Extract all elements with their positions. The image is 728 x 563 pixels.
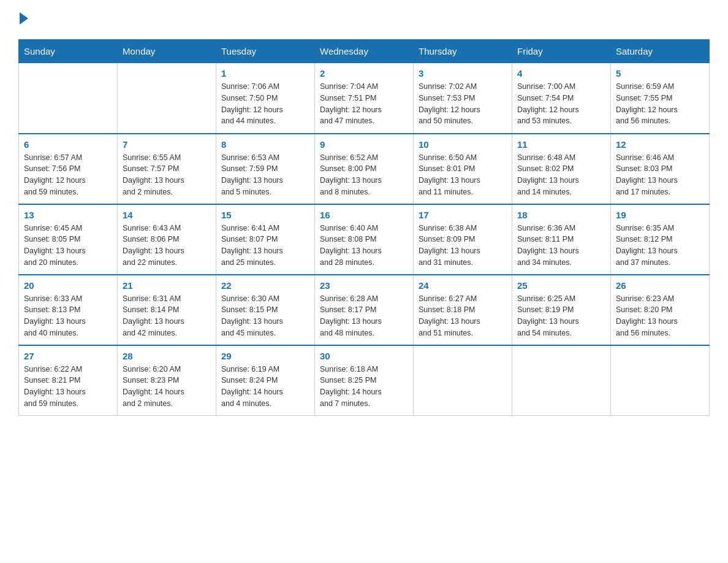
day-info: Sunrise: 6:55 AMSunset: 7:57 PMDaylight:… (123, 152, 211, 198)
day-info: Sunrise: 6:25 AMSunset: 8:19 PMDaylight:… (517, 293, 605, 339)
calendar-cell: 21Sunrise: 6:31 AMSunset: 8:14 PMDayligh… (118, 275, 216, 345)
week-row-3: 13Sunrise: 6:45 AMSunset: 8:05 PMDayligh… (19, 204, 710, 275)
calendar-cell: 29Sunrise: 6:19 AMSunset: 8:24 PMDayligh… (216, 345, 315, 416)
calendar-cell: 19Sunrise: 6:35 AMSunset: 8:12 PMDayligh… (611, 204, 710, 275)
day-number: 7 (123, 139, 211, 150)
day-info: Sunrise: 6:53 AMSunset: 7:59 PMDaylight:… (221, 152, 309, 198)
day-info: Sunrise: 6:30 AMSunset: 8:15 PMDaylight:… (221, 293, 309, 339)
header-cell-monday: Monday (118, 40, 216, 63)
calendar-cell (118, 63, 216, 134)
day-info: Sunrise: 6:57 AMSunset: 7:56 PMDaylight:… (24, 152, 112, 198)
calendar-cell (414, 345, 512, 416)
calendar-cell: 15Sunrise: 6:41 AMSunset: 8:07 PMDayligh… (216, 204, 315, 275)
week-row-2: 6Sunrise: 6:57 AMSunset: 7:56 PMDaylight… (19, 134, 710, 204)
day-info: Sunrise: 6:27 AMSunset: 8:18 PMDaylight:… (419, 293, 507, 339)
header-cell-saturday: Saturday (611, 40, 710, 63)
calendar-cell: 8Sunrise: 6:53 AMSunset: 7:59 PMDaylight… (216, 134, 315, 204)
day-number: 18 (517, 210, 605, 220)
header-row: SundayMondayTuesdayWednesdayThursdayFrid… (19, 40, 710, 63)
day-number: 24 (419, 280, 507, 291)
calendar-cell: 1Sunrise: 7:06 AMSunset: 7:50 PMDaylight… (216, 63, 315, 134)
day-info: Sunrise: 6:38 AMSunset: 8:09 PMDaylight:… (419, 223, 507, 269)
day-number: 28 (123, 351, 211, 361)
header-cell-thursday: Thursday (414, 40, 512, 63)
calendar-cell: 24Sunrise: 6:27 AMSunset: 8:18 PMDayligh… (414, 275, 512, 345)
calendar-cell: 3Sunrise: 7:02 AMSunset: 7:53 PMDaylight… (414, 63, 512, 134)
day-info: Sunrise: 6:59 AMSunset: 7:55 PMDaylight:… (616, 81, 704, 127)
day-info: Sunrise: 7:04 AMSunset: 7:51 PMDaylight:… (320, 81, 408, 127)
calendar-cell: 5Sunrise: 6:59 AMSunset: 7:55 PMDaylight… (611, 63, 710, 134)
day-number: 16 (320, 210, 408, 220)
day-info: Sunrise: 7:00 AMSunset: 7:54 PMDaylight:… (517, 81, 605, 127)
day-number: 6 (24, 139, 112, 150)
day-number: 17 (419, 210, 507, 220)
calendar-cell: 26Sunrise: 6:23 AMSunset: 8:20 PMDayligh… (611, 275, 710, 345)
calendar-cell: 11Sunrise: 6:48 AMSunset: 8:02 PMDayligh… (512, 134, 611, 204)
day-info: Sunrise: 6:23 AMSunset: 8:20 PMDaylight:… (616, 293, 704, 339)
day-info: Sunrise: 6:20 AMSunset: 8:23 PMDaylight:… (123, 364, 211, 410)
day-number: 20 (24, 280, 112, 291)
calendar-cell: 2Sunrise: 7:04 AMSunset: 7:51 PMDaylight… (315, 63, 414, 134)
calendar-cell: 18Sunrise: 6:36 AMSunset: 8:11 PMDayligh… (512, 204, 611, 275)
calendar-cell: 27Sunrise: 6:22 AMSunset: 8:21 PMDayligh… (19, 345, 118, 416)
calendar-cell (611, 345, 710, 416)
day-info: Sunrise: 6:35 AMSunset: 8:12 PMDaylight:… (616, 223, 704, 269)
calendar-cell: 25Sunrise: 6:25 AMSunset: 8:19 PMDayligh… (512, 275, 611, 345)
day-number: 8 (221, 139, 309, 150)
calendar-cell: 4Sunrise: 7:00 AMSunset: 7:54 PMDaylight… (512, 63, 611, 134)
day-info: Sunrise: 6:50 AMSunset: 8:01 PMDaylight:… (419, 152, 507, 198)
header-cell-friday: Friday (512, 40, 611, 63)
day-number: 9 (320, 139, 408, 150)
day-info: Sunrise: 6:28 AMSunset: 8:17 PMDaylight:… (320, 293, 408, 339)
header-cell-sunday: Sunday (19, 40, 118, 63)
day-number: 30 (320, 351, 408, 361)
day-number: 13 (24, 210, 112, 220)
day-number: 2 (320, 68, 408, 79)
day-number: 5 (616, 68, 704, 79)
day-number: 4 (517, 68, 605, 79)
calendar-cell: 23Sunrise: 6:28 AMSunset: 8:17 PMDayligh… (315, 275, 414, 345)
logo-arrow-icon (20, 12, 28, 25)
calendar-cell: 20Sunrise: 6:33 AMSunset: 8:13 PMDayligh… (19, 275, 118, 345)
logo (18, 12, 28, 27)
day-info: Sunrise: 7:06 AMSunset: 7:50 PMDaylight:… (221, 81, 309, 127)
day-info: Sunrise: 6:18 AMSunset: 8:25 PMDaylight:… (320, 364, 408, 410)
calendar-cell: 22Sunrise: 6:30 AMSunset: 8:15 PMDayligh… (216, 275, 315, 345)
day-number: 23 (320, 280, 408, 291)
day-info: Sunrise: 6:31 AMSunset: 8:14 PMDaylight:… (123, 293, 211, 339)
calendar-cell: 6Sunrise: 6:57 AMSunset: 7:56 PMDaylight… (19, 134, 118, 204)
day-info: Sunrise: 7:02 AMSunset: 7:53 PMDaylight:… (419, 81, 507, 127)
calendar-cell: 17Sunrise: 6:38 AMSunset: 8:09 PMDayligh… (414, 204, 512, 275)
day-number: 10 (419, 139, 507, 150)
calendar-cell: 14Sunrise: 6:43 AMSunset: 8:06 PMDayligh… (118, 204, 216, 275)
calendar-cell: 13Sunrise: 6:45 AMSunset: 8:05 PMDayligh… (19, 204, 118, 275)
calendar-cell: 7Sunrise: 6:55 AMSunset: 7:57 PMDaylight… (118, 134, 216, 204)
day-number: 1 (221, 68, 309, 79)
day-info: Sunrise: 6:46 AMSunset: 8:03 PMDaylight:… (616, 152, 704, 198)
week-row-1: 1Sunrise: 7:06 AMSunset: 7:50 PMDaylight… (19, 63, 710, 134)
day-info: Sunrise: 6:41 AMSunset: 8:07 PMDaylight:… (221, 223, 309, 269)
day-number: 26 (616, 280, 704, 291)
day-number: 21 (123, 280, 211, 291)
week-row-4: 20Sunrise: 6:33 AMSunset: 8:13 PMDayligh… (19, 275, 710, 345)
calendar-cell: 12Sunrise: 6:46 AMSunset: 8:03 PMDayligh… (611, 134, 710, 204)
calendar-table: SundayMondayTuesdayWednesdayThursdayFrid… (18, 39, 710, 416)
day-info: Sunrise: 6:22 AMSunset: 8:21 PMDaylight:… (24, 364, 112, 410)
day-number: 22 (221, 280, 309, 291)
header-cell-tuesday: Tuesday (216, 40, 315, 63)
day-number: 14 (123, 210, 211, 220)
day-info: Sunrise: 6:45 AMSunset: 8:05 PMDaylight:… (24, 223, 112, 269)
day-info: Sunrise: 6:33 AMSunset: 8:13 PMDaylight:… (24, 293, 112, 339)
calendar-cell: 30Sunrise: 6:18 AMSunset: 8:25 PMDayligh… (315, 345, 414, 416)
day-info: Sunrise: 6:48 AMSunset: 8:02 PMDaylight:… (517, 152, 605, 198)
day-number: 12 (616, 139, 704, 150)
day-number: 11 (517, 139, 605, 150)
day-number: 3 (419, 68, 507, 79)
calendar-cell: 28Sunrise: 6:20 AMSunset: 8:23 PMDayligh… (118, 345, 216, 416)
page-header (18, 12, 710, 27)
day-number: 19 (616, 210, 704, 220)
day-info: Sunrise: 6:43 AMSunset: 8:06 PMDaylight:… (123, 223, 211, 269)
calendar-cell: 10Sunrise: 6:50 AMSunset: 8:01 PMDayligh… (414, 134, 512, 204)
calendar-cell: 16Sunrise: 6:40 AMSunset: 8:08 PMDayligh… (315, 204, 414, 275)
day-number: 27 (24, 351, 112, 361)
